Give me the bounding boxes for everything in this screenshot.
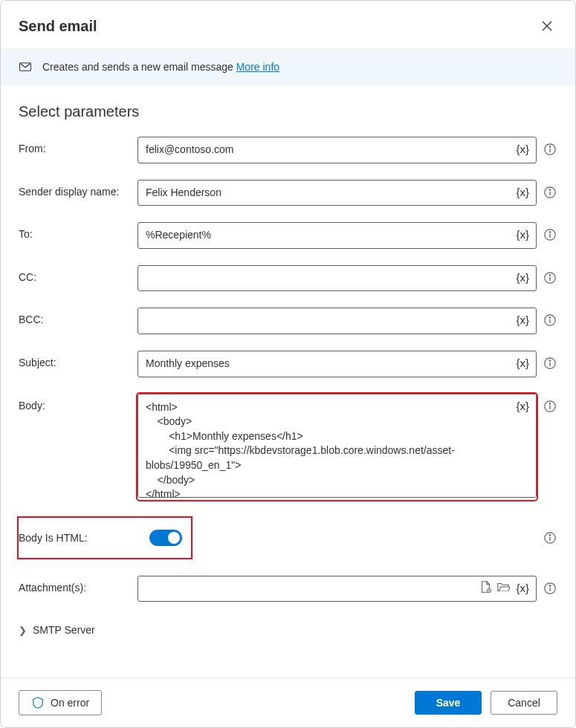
svg-rect-3: [549, 149, 550, 152]
variable-icon[interactable]: {x}: [514, 141, 531, 157]
variable-icon[interactable]: {x}: [514, 580, 531, 596]
mail-icon: [19, 60, 32, 74]
label-subject: Subject:: [19, 351, 137, 368]
variable-icon[interactable]: {x}: [514, 270, 531, 285]
info-icon[interactable]: [543, 142, 557, 157]
dialog-content: Select parameters From: {x} Sender displ…: [1, 85, 575, 677]
info-icon[interactable]: [543, 399, 557, 414]
on-error-label: On error: [51, 697, 89, 709]
chevron-right-icon: ❯: [19, 625, 27, 636]
row-subject: Subject: {x}: [19, 351, 557, 377]
row-sender: Sender display name: {x}: [19, 180, 557, 207]
variable-icon[interactable]: {x}: [514, 184, 531, 200]
sender-input[interactable]: [137, 180, 537, 207]
svg-point-2: [549, 146, 551, 148]
svg-rect-18: [549, 363, 550, 366]
svg-rect-28: [549, 587, 550, 591]
send-email-dialog: Send email Creates and sends a new email…: [0, 0, 576, 728]
svg-point-14: [549, 317, 551, 319]
bcc-input[interactable]: [137, 308, 537, 334]
svg-point-11: [549, 274, 551, 276]
dialog-footer: On error Save Cancel: [1, 677, 575, 727]
file-select-icon[interactable]: [479, 580, 492, 596]
svg-rect-6: [549, 191, 550, 195]
smtp-server-expander[interactable]: ❯ SMTP Server: [19, 618, 557, 642]
svg-point-27: [549, 585, 551, 586]
cancel-button[interactable]: Cancel: [491, 691, 557, 715]
info-icon[interactable]: [543, 356, 557, 371]
label-body-is-html: Body Is HTML:: [19, 532, 136, 544]
info-icon[interactable]: [543, 270, 557, 285]
svg-point-17: [549, 360, 551, 361]
body-is-html-toggle[interactable]: [149, 530, 182, 546]
svg-rect-24: [549, 536, 550, 540]
variable-icon[interactable]: {x}: [514, 398, 531, 414]
variable-icon[interactable]: {x}: [514, 312, 531, 328]
to-input[interactable]: [137, 222, 537, 249]
variable-icon[interactable]: {x}: [514, 355, 531, 371]
row-cc: CC: {x}: [19, 265, 557, 292]
banner-description: Creates and sends a new email message: [42, 61, 236, 73]
svg-point-23: [549, 534, 551, 536]
from-input[interactable]: [137, 137, 537, 163]
info-icon[interactable]: [543, 581, 557, 596]
row-from: From: {x}: [19, 137, 557, 163]
row-attachments: Attachment(s): {x}: [19, 576, 557, 602]
save-button[interactable]: Save: [415, 691, 482, 715]
svg-rect-15: [549, 319, 550, 323]
label-attachments: Attachment(s):: [19, 576, 137, 594]
svg-rect-9: [549, 234, 550, 238]
label-sender: Sender display name:: [19, 180, 137, 198]
row-bcc: BCC: {x}: [19, 308, 557, 334]
on-error-button[interactable]: On error: [19, 690, 102, 715]
svg-rect-21: [549, 405, 550, 409]
shield-icon: [31, 696, 45, 709]
dialog-title: Send email: [19, 18, 97, 35]
label-body: Body:: [19, 394, 137, 412]
variable-icon[interactable]: {x}: [514, 227, 531, 242]
label-from: From:: [19, 137, 137, 155]
info-icon[interactable]: [543, 313, 557, 328]
cc-input[interactable]: [137, 265, 537, 292]
info-icon[interactable]: [543, 530, 557, 545]
info-icon[interactable]: [543, 185, 557, 200]
row-body: Body: {x}: [19, 394, 557, 500]
banner-text: Creates and sends a new email message Mo…: [42, 61, 279, 73]
label-cc: CC:: [19, 265, 137, 283]
close-icon: [541, 20, 553, 32]
attachments-input[interactable]: [137, 576, 537, 602]
dialog-header: Send email: [1, 1, 575, 48]
close-button[interactable]: [537, 16, 557, 36]
section-title: Select parameters: [19, 103, 557, 120]
folder-open-icon[interactable]: [496, 580, 510, 596]
info-icon[interactable]: [543, 227, 557, 242]
body-textarea[interactable]: [137, 394, 537, 498]
info-banner: Creates and sends a new email message Mo…: [1, 48, 575, 85]
svg-rect-12: [549, 276, 550, 280]
expander-label: SMTP Server: [33, 624, 95, 636]
row-body-is-html: Body Is HTML:: [19, 516, 557, 559]
svg-point-5: [549, 189, 551, 190]
svg-point-8: [549, 232, 551, 233]
svg-point-20: [549, 403, 551, 404]
more-info-link[interactable]: More info: [236, 61, 279, 73]
subject-input[interactable]: [137, 351, 537, 377]
row-to: To: {x}: [19, 222, 557, 249]
label-to: To:: [19, 222, 137, 240]
label-bcc: BCC:: [19, 308, 137, 325]
